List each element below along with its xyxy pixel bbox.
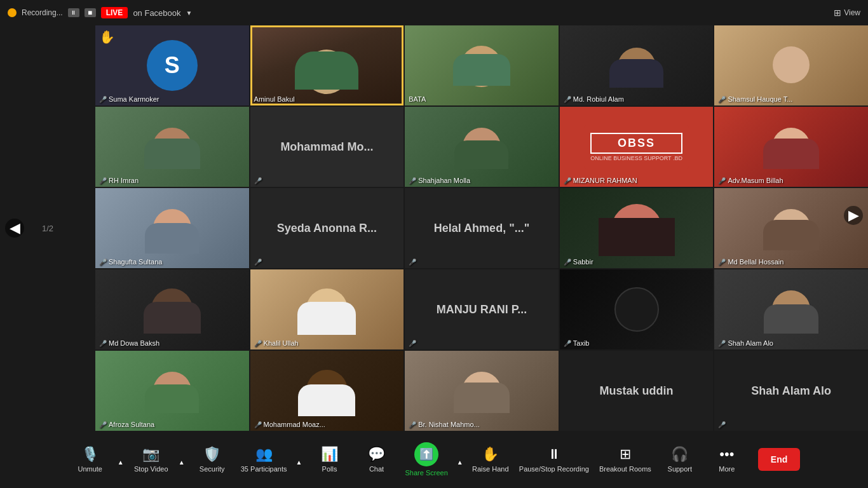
participant-cell-helal: Helal Ahmed, "..." 🎤: [405, 188, 559, 268]
participants-button[interactable]: 👥 35 Participants: [237, 437, 291, 482]
pause-stop-recording-button[interactable]: ⏸ Pause/Stop Recording: [515, 437, 593, 482]
participant-cell-shahalam1: 🎤 Shah Alam Alo: [714, 269, 868, 349]
mute-icon-dowa: 🎤: [99, 340, 107, 347]
bottom-toolbar: 🎙️ Unmute ▲ 📷 Stop Video ▲ 🛡️ Security 👥…: [0, 431, 868, 488]
participant-name-shamsul: 🎤 Shamsul Hauque T...: [718, 95, 792, 103]
participant-name-shahalam1: 🎤 Shah Alam Alo: [718, 339, 773, 347]
mute-icon-rhimran: 🎤: [99, 177, 107, 184]
more-icon: •••: [719, 446, 734, 463]
participant-name-dowa: 🎤 Md Dowa Baksh: [99, 339, 159, 347]
participant-name-taxib: 🎤 Taxib: [564, 339, 590, 347]
polls-icon: 📊: [321, 446, 338, 463]
more-button[interactable]: ••• More: [705, 437, 749, 482]
mute-icon-afroza: 🎤: [99, 421, 107, 428]
participant-cell-mizanur: OBSS ONLINE BUSINESS SUPPORT .BD 🎤 MIZAN…: [560, 107, 714, 187]
stop-video-label: Stop Video: [134, 465, 168, 473]
participant-name-robiul: 🎤 Md. Robiul Alam: [564, 95, 624, 103]
participant-cell-anonna: Syeda Anonna R... 🎤: [250, 188, 404, 268]
participant-name-suma: 🎤 Suma Karmoker: [99, 95, 159, 103]
view-label: View: [844, 8, 860, 17]
participants-icon: 👥: [255, 446, 273, 463]
chat-button[interactable]: 💬 Chat: [355, 437, 399, 482]
next-page-arrow[interactable]: ▶: [844, 206, 863, 225]
breakout-rooms-button[interactable]: ⊞ Breakout Rooms: [595, 437, 655, 482]
breakout-icon: ⊞: [620, 446, 631, 463]
participant-cell-dowa: 🎤 Md Dowa Baksh: [95, 269, 249, 349]
participant-name-helal: 🎤: [409, 259, 416, 266]
recording-dot: [8, 8, 17, 17]
camera-icon: 📷: [142, 446, 159, 463]
polls-label: Polls: [322, 465, 337, 473]
participants-caret[interactable]: ▲: [294, 454, 305, 466]
mute-icon-khalil: 🎤: [254, 340, 262, 347]
mute-icon-manju: 🎤: [409, 340, 416, 347]
share-screen-button[interactable]: ⬆️ Share Screen: [402, 437, 452, 482]
participant-cell-bata: BATA: [405, 25, 559, 105]
name-display-anonna: Syeda Anonna R...: [271, 215, 383, 241]
mute-icon-taxib: 🎤: [564, 340, 571, 347]
unmute-button[interactable]: 🎙️ Unmute: [68, 437, 112, 482]
raise-hand-button[interactable]: ✋ Raise Hand: [468, 437, 513, 482]
raise-hand-icon: ✋: [482, 446, 499, 463]
mute-icon-sabbir: 🎤: [564, 259, 571, 266]
participants-label: 35 Participants: [241, 465, 287, 473]
polls-button[interactable]: 📊 Polls: [308, 437, 352, 482]
caret-up-icon-2: ▲: [179, 459, 185, 466]
participant-name-nishat: 🎤 Br. Nishat Mahmo...: [409, 421, 480, 428]
unmute-caret[interactable]: ▲: [115, 454, 126, 466]
support-label: Support: [668, 465, 693, 473]
name-display-mustak: Mustak uddin: [593, 378, 680, 404]
top-bar-right: ⊞ View: [834, 8, 860, 18]
mute-icon-masum: 🎤: [718, 177, 726, 184]
chat-icon: 💬: [368, 446, 385, 463]
prev-page-arrow[interactable]: ◀: [5, 219, 24, 238]
mute-icon-shagufta: 🎤: [99, 259, 107, 266]
mute-icon-bellal: 🎤: [718, 259, 726, 266]
participant-cell-khalil: 🎤 Khalil Ullah: [250, 269, 404, 349]
mute-icon-nishat: 🎤: [409, 421, 416, 428]
support-button[interactable]: 🎧 Support: [658, 437, 702, 482]
mute-icon-shahalam1: 🎤: [718, 340, 726, 347]
mute-icon-shahalam2: 🎤: [718, 421, 726, 428]
mute-icon-mohammad: 🎤: [254, 177, 262, 184]
video-caret[interactable]: ▲: [176, 454, 187, 466]
participant-name-moaz: 🎤 Mohammad Moaz...: [254, 421, 325, 428]
participant-name-bata: BATA: [409, 95, 426, 103]
support-icon: 🎧: [671, 446, 688, 463]
participant-name-shahalam2: 🎤: [718, 421, 726, 428]
facebook-dropdown-arrow[interactable]: ▼: [186, 10, 193, 17]
security-button[interactable]: 🛡️ Security: [190, 437, 234, 482]
end-button[interactable]: End: [758, 448, 800, 471]
video-grid: ✋ S 🎤 Suma Karmoker Aminul Bakul BATA: [95, 25, 868, 431]
share-screen-caret[interactable]: ▲: [454, 454, 466, 466]
pause-recording-label: Pause/Stop Recording: [519, 465, 589, 473]
top-bar: Recording... ⏸ ⏹ LIVE on Facebook ▼ ⊞ Vi…: [0, 0, 868, 25]
name-display-helal: Helal Ahmed, "...": [428, 215, 536, 241]
pause-recording-btn[interactable]: ⏸: [68, 8, 79, 17]
left-sidebar: ◀ 1/2: [0, 25, 95, 431]
participant-name-afroza: 🎤 Afroza Sultana: [99, 421, 154, 428]
participant-cell-suma: ✋ S 🎤 Suma Karmoker: [95, 25, 249, 105]
live-badge: LIVE: [101, 7, 128, 18]
participant-cell-shamsul: 🎤 Shamsul Hauque T...: [714, 25, 868, 105]
mute-icon-mizanur: 🎤: [564, 177, 571, 184]
view-button[interactable]: ⊞ View: [834, 8, 860, 18]
participant-cell-mustak: Mustak uddin: [560, 351, 714, 431]
mute-icon-robiul: 🎤: [564, 96, 571, 103]
mute-icon-anonna: 🎤: [254, 259, 262, 266]
facebook-label: on Facebook: [133, 8, 180, 18]
share-screen-icon: ⬆️: [419, 447, 433, 461]
stop-recording-btn[interactable]: ⏹: [85, 8, 96, 17]
mute-icon-suma: 🎤: [99, 96, 107, 103]
participant-cell-bellal: 🎤 Md Bellal Hossain: [714, 188, 868, 268]
name-display-shahalam2: Shah Alam Alo: [745, 378, 837, 404]
shield-icon: 🛡️: [203, 446, 220, 463]
participant-cell-taxib: 🎤 Taxib: [560, 269, 714, 349]
microphone-muted-icon: 🎙️: [81, 446, 98, 463]
stop-video-button[interactable]: 📷 Stop Video: [129, 437, 173, 482]
participant-cell-masum: 🎤 Adv.Masum Billah: [714, 107, 868, 187]
participant-name-shahjahan: 🎤 Shahjahan Molla: [409, 177, 470, 184]
avatar-suma: S: [147, 40, 198, 91]
participant-name-rhimran: 🎤 RH Imran: [99, 177, 139, 184]
participant-cell-shahalam2: Shah Alam Alo 🎤: [714, 351, 868, 431]
